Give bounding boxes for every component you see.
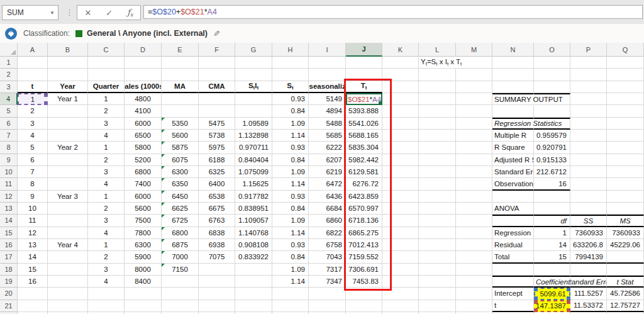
cell-H4[interactable]: 0.93 [272,93,309,105]
cell-E17[interactable]: 7000 [162,251,199,263]
cell-E21[interactable] [162,300,199,312]
cell-K16[interactable] [382,239,419,251]
row-header-19[interactable]: 19 [0,276,18,288]
cell-A11[interactable]: 8 [18,178,48,190]
cell-M8[interactable] [456,142,492,154]
cell-P19[interactable]: Standard Error [570,276,607,288]
cell-K19[interactable] [382,276,419,288]
cell-P18[interactable] [570,264,607,276]
cell-A9[interactable]: 6 [18,154,48,166]
cell-G13[interactable]: 0.838951 [235,203,272,215]
cell-Q10[interactable] [607,166,644,178]
cell-O7[interactable]: 0.959579 [534,130,570,142]
cell-N17[interactable]: Total [492,251,534,263]
cell-G9[interactable]: 0.840404 [235,154,272,166]
cell-Q2[interactable] [607,69,644,81]
cell-H6[interactable]: 1.09 [272,118,309,130]
cell-O8[interactable]: 0.920791 [534,142,570,154]
cell-C14[interactable]: 3 [88,215,125,227]
cell-L19[interactable] [419,276,456,288]
cell-N1[interactable] [492,57,534,69]
cell-L16[interactable] [419,239,456,251]
row-header-4[interactable]: 4 [0,93,18,105]
cell-L3[interactable] [419,81,456,93]
cell-M15[interactable] [456,227,492,239]
column-header-I[interactable]: I [309,43,346,57]
cell-P10[interactable] [570,166,607,178]
cell-C19[interactable]: 4 [88,276,125,288]
cell-L13[interactable] [419,203,456,215]
cell-M7[interactable] [456,130,492,142]
cell-N18[interactable] [492,264,534,276]
cell-I19[interactable]: 7347 [309,276,346,288]
cell-I15[interactable]: 6822 [309,227,346,239]
cell-A10[interactable]: 7 [18,166,48,178]
cell-K2[interactable] [382,69,419,81]
column-header-J[interactable]: J [346,43,382,57]
cell-E9[interactable]: 6075 [162,154,199,166]
cell-P5[interactable] [570,105,607,117]
cell-I6[interactable]: 5488 [309,118,346,130]
row-header-7[interactable]: 7 [0,130,18,142]
cell-P2[interactable] [570,69,607,81]
cell-P6[interactable] [570,118,607,130]
cell-G19[interactable] [235,276,272,288]
cell-Q16[interactable]: 45229.06 [607,239,644,251]
cell-N4[interactable]: SUMMARY OUTPUT [492,93,534,105]
cell-N9[interactable]: Adjusted R Square [492,154,534,166]
cell-D20[interactable] [125,288,162,300]
cell-P12[interactable] [570,191,607,203]
cell-D11[interactable]: 7400 [125,178,162,190]
cell-C9[interactable]: 2 [88,154,125,166]
cell-H3[interactable]: St [272,81,309,93]
cell-L6[interactable] [419,118,456,130]
cell-D15[interactable]: 7800 [125,227,162,239]
cell-J18[interactable]: 7306.691 [346,264,382,276]
cell-P20[interactable]: 111.5257 [570,288,607,300]
cell-Q8[interactable] [607,142,644,154]
cell-D21[interactable] [125,300,162,312]
cell-J2[interactable] [346,69,382,81]
cell-Q5[interactable] [607,105,644,117]
cell-B8[interactable]: Year 2 [48,142,88,154]
cell-E16[interactable]: 6875 [162,239,199,251]
cell-G5[interactable] [235,105,272,117]
cell-A14[interactable]: 11 [18,215,48,227]
cell-C21[interactable] [88,300,125,312]
cell-C12[interactable]: 1 [88,191,125,203]
cell-H2[interactable] [272,69,309,81]
cell-B18[interactable] [48,264,88,276]
cell-A8[interactable]: 5 [18,142,48,154]
cell-G20[interactable] [235,288,272,300]
cell-L15[interactable] [419,227,456,239]
cell-G11[interactable]: 1.15625 [235,178,272,190]
cell-D16[interactable]: 6300 [125,239,162,251]
cell-E4[interactable] [162,93,199,105]
cell-E12[interactable]: 6450 [162,191,199,203]
cell-K21[interactable] [382,300,419,312]
cell-D10[interactable]: 6800 [125,166,162,178]
row-header-17[interactable]: 17 [0,251,18,263]
cell-D9[interactable]: 5200 [125,154,162,166]
cell-J3[interactable]: Tt [346,81,382,93]
cell-E6[interactable]: 5350 [162,118,199,130]
cell-H5[interactable]: 0.84 [272,105,309,117]
cell-M18[interactable] [456,264,492,276]
cell-G17[interactable]: 0.833922 [235,251,272,263]
column-header-H[interactable]: H [272,43,309,57]
cell-N19[interactable] [492,276,534,288]
cell-A15[interactable]: 12 [18,227,48,239]
cell-Q4[interactable] [607,93,644,105]
cell-G7[interactable]: 1.132898 [235,130,272,142]
cell-B3[interactable]: Year [48,81,88,93]
cell-D13[interactable]: 5600 [125,203,162,215]
cell-P13[interactable] [570,203,607,215]
cell-G1[interactable] [235,57,272,69]
cell-O2[interactable] [534,69,570,81]
cell-A3[interactable]: t [18,81,48,93]
cell-K15[interactable] [382,227,419,239]
cell-K12[interactable] [382,191,419,203]
cell-G14[interactable]: 1.109057 [235,215,272,227]
cell-J8[interactable]: 5835.304 [346,142,382,154]
cell-B21[interactable] [48,300,88,312]
